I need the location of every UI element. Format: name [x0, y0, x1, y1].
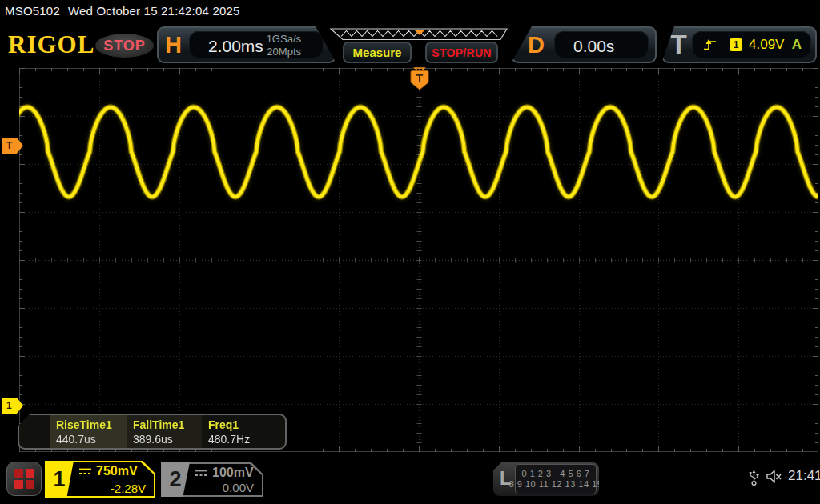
logic-channels-widget[interactable]: L 0 1 2 3 4 5 6 7 8 9 10 11 12 13 14 15	[493, 462, 599, 496]
rigol-logo: RIGOL	[8, 30, 94, 59]
dc-coupling-icon	[78, 467, 92, 476]
dc-coupling-icon	[195, 469, 208, 478]
trigger-source-badge: 1	[730, 38, 742, 51]
channel1-scale: 750mV	[96, 464, 138, 478]
measurement-falltime[interactable]: FallTime1 389.6us	[127, 415, 202, 448]
trigger-label: T	[670, 29, 687, 60]
usb-icon	[748, 467, 760, 486]
datetime-text: Wed October 15 21:42:04 2025	[68, 4, 240, 18]
channel2-scale: 100mV	[212, 466, 254, 480]
model-name: MSO5102	[5, 4, 60, 18]
horizontal-pill: 2.00ms 1GSa/s 20Mpts	[189, 31, 324, 58]
channel1-scale-row: 750mV	[78, 464, 138, 478]
channel1-widget[interactable]: 1 750mV -2.28V	[45, 461, 155, 498]
delay-pill: 0.00s	[554, 31, 649, 58]
menu-windows-button[interactable]	[6, 462, 42, 496]
channel2-scale-row: 100mV	[195, 466, 254, 480]
trigger-panel[interactable]: T 1 4.09V A	[661, 26, 817, 63]
memory-depth: 20Mpts	[267, 46, 301, 58]
delay-label: D	[528, 32, 545, 58]
measurement-freq[interactable]: Freq1 480.7Hz	[202, 415, 282, 448]
measurement-results-box[interactable]: RiseTime1 440.7us FallTime1 389.6us Freq…	[18, 414, 287, 450]
measurement-label: FallTime1	[133, 418, 202, 431]
measurement-label: RiseTime1	[56, 418, 127, 431]
trigger-level-value: 4.09V	[749, 37, 784, 53]
stop-run-button[interactable]: STOP/RUN	[425, 42, 498, 63]
memory-position-strip[interactable]	[330, 28, 508, 41]
horizontal-label: H	[165, 32, 182, 58]
trigger-position-letter: T	[416, 72, 424, 85]
windows-icon	[14, 469, 34, 489]
measurement-value: 389.6us	[133, 433, 202, 446]
waveform-display[interactable]	[19, 68, 818, 452]
logic-row-8-15: 8 9 10 11 12 13 14 15	[509, 479, 603, 490]
channel2-widget[interactable]: 2 100mV 0.00V	[161, 462, 263, 497]
trigger-pill: 1 4.09V A	[692, 31, 811, 58]
measurement-value: 440.7us	[56, 433, 127, 446]
measure-button[interactable]: Measure	[343, 42, 412, 63]
acquisition-info: 1GSa/s 20Mpts	[267, 33, 301, 58]
horizontal-panel[interactable]: H 2.00ms 1GSa/s 20Mpts	[157, 26, 336, 63]
speaker-mute-icon[interactable]	[766, 469, 783, 484]
oscilloscope-screen: MSO5102Wed October 15 21:42:04 2025 RIGO…	[0, 0, 820, 504]
measurement-risetime[interactable]: RiseTime1 440.7us	[50, 415, 127, 448]
channel1-offset: -2.28V	[111, 482, 146, 495]
rising-edge-icon	[703, 38, 717, 51]
timebase-value: 2.00ms	[208, 37, 263, 56]
logic-channel-box: 0 1 2 3 4 5 6 7 8 9 10 11 12 13 14 15	[515, 464, 597, 494]
channel2-offset: 0.00V	[223, 481, 254, 494]
measurement-value: 480.7Hz	[208, 433, 282, 446]
run-state-badge: STOP	[95, 34, 154, 58]
sample-rate: 1GSa/s	[267, 33, 301, 46]
clock-text: 21:41	[788, 468, 820, 484]
measurement-label: Freq1	[208, 418, 282, 431]
trigger-sweep-mode: A	[792, 37, 802, 53]
status-bar: MSO5102Wed October 15 21:42:04 2025	[5, 4, 240, 18]
logic-row-0-7: 0 1 2 3 4 5 6 7	[522, 469, 590, 479]
delay-value: 0.00s	[573, 37, 614, 56]
delay-panel[interactable]: D 0.00s	[511, 26, 657, 63]
trigger-position-marker[interactable]: T	[408, 67, 432, 91]
